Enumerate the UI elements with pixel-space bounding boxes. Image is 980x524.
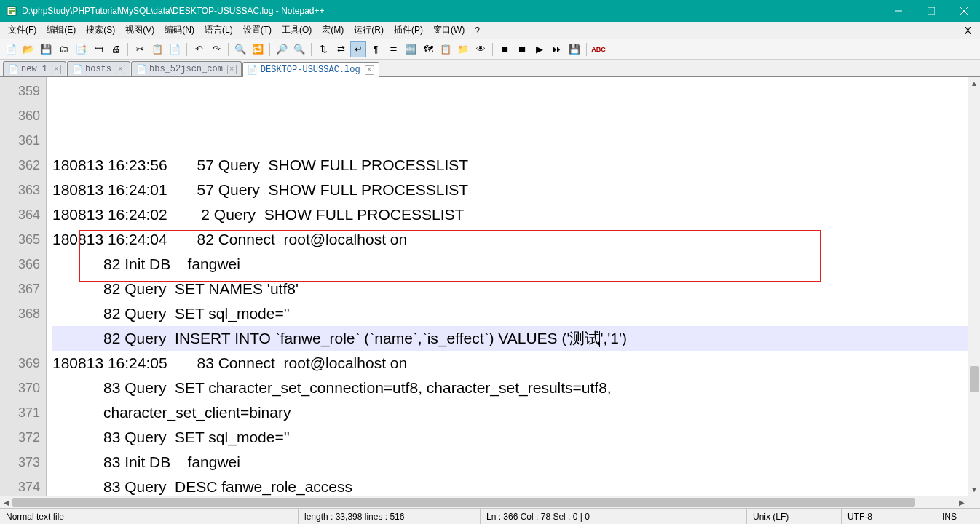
record-macro-icon[interactable]: ⏺ [497,41,513,57]
new-file-icon[interactable]: 📄 [3,41,19,57]
scroll-right-icon[interactable]: ▶ [955,496,968,509]
menu-file[interactable]: 文件(F) [3,23,42,38]
statusbar: Normal text file length : 33,398 lines :… [0,508,980,524]
code-line[interactable]: 82 Query INSERT INTO `fanwe_role` (`name… [52,326,968,351]
func-list-icon[interactable]: 📋 [438,41,454,57]
play-macro-icon[interactable]: ▶ [532,41,548,57]
save-all-icon[interactable]: 🗂 [55,41,71,57]
sync-h-icon[interactable]: ⇄ [333,41,349,57]
status-encoding[interactable]: UTF-8 [842,509,936,524]
tab-close-icon[interactable]: × [116,65,125,74]
menu-run[interactable]: 运行(R) [349,23,389,38]
line-number: 361 [0,128,46,153]
tab-new-1[interactable]: 📄 new 1 × [3,61,66,76]
folder-icon[interactable]: 📁 [455,41,471,57]
code-line[interactable]: character_set_client=binary [52,400,968,425]
code-line[interactable]: 82 Init DB fangwei [52,252,968,277]
status-position: Ln : 366 Col : 78 Sel : 0 | 0 [481,509,747,524]
menu-language[interactable]: 语言(L) [199,23,238,38]
code-line[interactable]: 180813 16:24:04 82 Connect root@localhos… [52,227,968,252]
menu-tools[interactable]: 工具(O) [277,23,317,38]
menu-encoding[interactable]: 编码(N) [159,23,199,38]
zoom-out-icon[interactable]: 🔍 [291,41,307,57]
scroll-down-icon[interactable]: ▼ [968,483,980,496]
indent-guide-icon[interactable]: ≣ [385,41,401,57]
scroll-thumb-h[interactable] [12,498,915,507]
sync-v-icon[interactable]: ⇅ [315,41,331,57]
menu-search[interactable]: 搜索(S) [81,23,120,38]
play-multi-icon[interactable]: ⏭ [549,41,565,57]
code-line[interactable]: 180813 16:24:05 83 Connect root@localhos… [52,351,968,376]
save-macro-icon[interactable]: 💾 [566,41,582,57]
monitor-icon[interactable]: 👁 [473,41,489,57]
code-line[interactable]: 83 Query SET character_set_connection=ut… [52,376,968,400]
tab-desktop-log[interactable]: 📄 DESKTOP-USUSSAC.log × [242,62,379,77]
redo-icon[interactable]: ↷ [208,41,224,57]
stop-macro-icon[interactable]: ⏹ [514,41,530,57]
menu-settings[interactable]: 设置(T) [238,23,277,38]
replace-icon[interactable]: 🔁 [250,41,266,57]
code-area[interactable]: 180813 16:23:56 57 Query SHOW FULL PROCE… [47,77,968,496]
toolbar-separator [127,43,128,56]
line-number: 374 [0,475,46,496]
code-line[interactable]: 83 Query DESC fanwe_role_access [52,475,968,496]
menu-help[interactable]: ? [470,24,485,37]
code-line[interactable]: 82 Query SET sql_mode='' [52,301,968,326]
scroll-up-icon[interactable]: ▲ [968,77,980,90]
code-line[interactable]: 83 Init DB fangwei [52,450,968,475]
line-number: 363 [0,178,46,202]
status-ins[interactable]: INS [936,509,980,524]
save-icon[interactable]: 💾 [38,41,54,57]
code-line[interactable]: 82 Query SET NAMES 'utf8' [52,277,968,301]
doc-map-icon[interactable]: 🗺 [420,41,436,57]
line-number: 373 [0,450,46,475]
tab-bbs[interactable]: 📄 bbs_52jscn_com × [131,61,242,76]
copy-icon[interactable]: 📋 [149,41,165,57]
tab-hosts[interactable]: 📄 hosts × [67,61,130,76]
cut-icon[interactable]: ✂ [132,41,148,57]
scroll-thumb[interactable] [970,366,979,392]
menu-view[interactable]: 视图(V) [120,23,159,38]
line-number: 364 [0,202,46,227]
menu-edit[interactable]: 编辑(E) [42,23,81,38]
scroll-track[interactable] [968,90,980,483]
menubar-restore-button[interactable]: X [959,25,977,36]
menu-window[interactable]: 窗口(W) [428,23,470,38]
code-line[interactable]: 83 Query SET sql_mode='' [52,425,968,450]
menu-macro[interactable]: 宏(M) [317,23,349,38]
vertical-scrollbar[interactable]: ▲ ▼ [968,77,980,496]
status-eol[interactable]: Unix (LF) [747,509,842,524]
minimize-button[interactable] [882,0,914,22]
code-line[interactable]: 180813 16:24:01 57 Query SHOW FULL PROCE… [52,178,968,202]
zoom-in-icon[interactable]: 🔎 [274,41,290,57]
find-icon[interactable]: 🔍 [232,41,248,57]
show-all-chars-icon[interactable]: ¶ [368,41,384,57]
toolbar-separator [269,43,270,56]
file-icon: 📄 [248,65,258,75]
line-number: 365 [0,227,46,252]
user-lang-icon[interactable]: 🔤 [403,41,419,57]
menu-plugins[interactable]: 插件(P) [389,23,428,38]
scroll-track-h[interactable] [12,496,955,508]
tab-close-icon[interactable]: × [52,65,61,74]
code-line[interactable]: 180813 16:23:56 57 Query SHOW FULL PROCE… [52,153,968,178]
open-file-icon[interactable]: 📂 [20,41,36,57]
code-line[interactable]: 180813 16:24:02 2 Query SHOW FULL PROCES… [52,202,968,227]
app-icon [6,5,17,17]
tab-close-icon[interactable]: × [365,66,374,75]
svg-rect-5 [928,7,935,15]
undo-icon[interactable]: ↶ [191,41,207,57]
print-icon[interactable]: 🖨 [108,41,124,57]
horizontal-scrollbar[interactable]: ◀ ▶ [0,496,980,508]
tab-close-icon[interactable]: × [227,65,237,74]
close-file-icon[interactable]: 📑 [73,41,89,57]
line-number: 368 [0,301,46,326]
scroll-left-icon[interactable]: ◀ [0,496,12,509]
spellcheck-icon[interactable]: ABC [590,41,606,57]
close-all-icon[interactable]: 🗃 [90,41,106,57]
paste-icon[interactable]: 📄 [167,41,183,57]
wordwrap-icon[interactable]: ↵ [350,41,366,57]
close-button[interactable] [947,0,980,22]
maximize-button[interactable] [914,0,947,22]
line-number: 360 [0,103,46,128]
